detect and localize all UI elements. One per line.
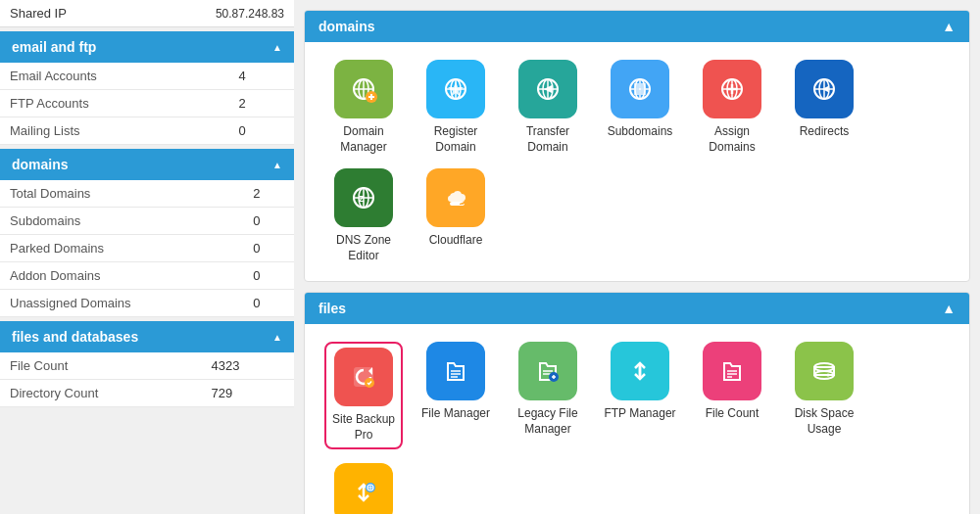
domains-sidebar-table: Total Domains 2 Subdomains 0 Parked Doma… <box>0 180 294 317</box>
ftp-manager-label: FTP Manager <box>604 406 675 422</box>
domains-panel: domains ▲ Domain Manager <box>304 10 970 282</box>
table-row: Parked Domains 0 <box>0 235 294 262</box>
unassigned-domains-label: Unassigned Domains <box>0 290 233 317</box>
register-domain-icon <box>426 60 485 118</box>
file-count-item[interactable]: File Count <box>693 342 771 448</box>
shared-ip-label: Shared IP <box>10 6 216 21</box>
svg-text:Z: Z <box>359 194 365 204</box>
domain-manager-svg <box>346 71 381 107</box>
sidebar: Shared IP 50.87.248.83 email and ftp ▲ E… <box>0 0 294 514</box>
redirects-item[interactable]: Redirects <box>785 60 863 155</box>
ftp-accounts-label: FTP Accounts <box>0 90 220 117</box>
disk-space-usage-label: Disk Space Usage <box>785 406 863 437</box>
domains-sidebar-header[interactable]: domains ▲ <box>0 149 294 180</box>
domain-manager-item[interactable]: Domain Manager <box>324 60 403 155</box>
register-domain-item[interactable]: Register Domain <box>416 60 495 155</box>
table-row: File Count 4323 <box>0 352 294 380</box>
email-ftp-header[interactable]: email and ftp ▲ <box>0 31 294 63</box>
file-count-svg <box>714 353 750 389</box>
email-ftp-title: email and ftp <box>12 39 96 55</box>
assign-domains-label: Assign Domains <box>693 124 771 155</box>
table-row: Total Domains 2 <box>0 180 294 208</box>
main-content: domains ▲ Domain Manager <box>294 0 980 514</box>
ftp-accounts-value: 2 <box>220 90 294 117</box>
register-domain-label: Register Domain <box>416 124 495 155</box>
table-row: Email Accounts 4 <box>0 63 294 90</box>
assign-domains-icon <box>703 60 761 118</box>
total-domains-value: 2 <box>233 180 294 208</box>
subdomains-item[interactable]: Subdomains <box>601 60 679 155</box>
site-backup-pro-label: Site Backup Pro <box>330 412 397 443</box>
transfer-domain-label: Transfer Domain <box>509 124 587 155</box>
svg-rect-23 <box>634 90 639 95</box>
subdomains-icon <box>611 60 669 118</box>
files-databases-table: File Count 4323 Directory Count 729 <box>0 352 294 407</box>
web-disk-item[interactable]: Web Disk <box>324 463 403 514</box>
file-count-label: File Count <box>706 406 760 422</box>
shared-ip-value: 50.87.248.83 <box>216 7 284 21</box>
files-panel-header[interactable]: files ▲ <box>305 293 969 324</box>
parked-domains-label: Parked Domains <box>0 235 233 262</box>
email-accounts-label: Email Accounts <box>0 63 220 90</box>
files-panel-body: Site Backup Pro File Manager <box>305 324 969 514</box>
addon-domains-value: 0 <box>233 262 294 290</box>
dns-zone-editor-svg: Z <box>346 180 381 215</box>
file-count-icon <box>703 342 761 400</box>
table-row: Directory Count 729 <box>0 380 294 407</box>
disk-space-usage-item[interactable]: Disk Space Usage <box>785 342 863 448</box>
table-row: Mailing Lists 0 <box>0 117 294 145</box>
table-row: Unassigned Domains 0 <box>0 290 294 317</box>
subdomains-label: Subdomains <box>0 208 233 235</box>
site-backup-pro-icon <box>334 348 393 406</box>
files-databases-arrow: ▲ <box>272 332 282 343</box>
subdomains-label: Subdomains <box>608 124 673 140</box>
legacy-file-manager-label: Legacy File Manager <box>509 406 587 437</box>
parked-domains-value: 0 <box>233 235 294 262</box>
redirects-label: Redirects <box>800 124 850 140</box>
table-row: FTP Accounts 2 <box>0 90 294 117</box>
file-manager-item[interactable]: File Manager <box>416 342 495 448</box>
svg-point-59 <box>827 374 830 377</box>
email-ftp-arrow: ▲ <box>272 42 282 53</box>
files-panel-title: files <box>318 301 346 316</box>
legacy-file-manager-svg <box>530 353 565 389</box>
assign-domains-item[interactable]: Assign Domains <box>693 60 771 155</box>
transfer-domain-item[interactable]: Transfer Domain <box>509 60 587 155</box>
domains-sidebar-arrow: ▲ <box>272 160 282 170</box>
domains-sidebar-title: domains <box>12 157 69 172</box>
svg-rect-24 <box>641 90 646 95</box>
domains-panel-arrow: ▲ <box>942 19 956 34</box>
transfer-domain-svg <box>530 71 565 107</box>
table-row: Subdomains 0 <box>0 208 294 235</box>
files-databases-title: files and databases <box>12 329 138 345</box>
legacy-file-manager-icon <box>518 342 577 400</box>
disk-space-usage-icon <box>795 342 854 400</box>
ftp-manager-item[interactable]: FTP Manager <box>601 342 679 448</box>
file-manager-icon <box>426 342 485 400</box>
register-domain-svg <box>438 71 473 107</box>
file-count-label: File Count <box>0 352 192 380</box>
files-panel-arrow: ▲ <box>942 301 956 316</box>
svg-rect-21 <box>634 83 639 88</box>
domain-manager-icon <box>334 60 393 118</box>
ftp-manager-icon <box>611 342 669 400</box>
domains-panel-header[interactable]: domains ▲ <box>305 11 969 42</box>
total-domains-label: Total Domains <box>0 180 233 208</box>
legacy-file-manager-item[interactable]: Legacy File Manager <box>509 342 587 448</box>
dns-zone-editor-item[interactable]: Z DNS Zone Editor <box>324 168 403 263</box>
files-databases-header[interactable]: files and databases ▲ <box>0 321 294 352</box>
file-manager-label: File Manager <box>421 406 490 422</box>
ftp-manager-svg <box>622 353 658 389</box>
file-count-value: 4323 <box>192 352 294 380</box>
cloudflare-item[interactable]: Cloudflare <box>416 168 495 263</box>
domains-panel-title: domains <box>318 19 375 34</box>
mailing-lists-value: 0 <box>220 117 294 145</box>
cloudflare-svg <box>438 180 473 215</box>
svg-rect-22 <box>641 83 646 88</box>
directory-count-label: Directory Count <box>0 380 192 407</box>
email-ftp-table: Email Accounts 4 FTP Accounts 2 Mailing … <box>0 63 294 145</box>
cloudflare-label: Cloudflare <box>429 233 483 249</box>
site-backup-pro-item[interactable]: Site Backup Pro <box>324 342 403 448</box>
file-manager-svg <box>438 353 473 389</box>
files-panel: files ▲ Site Backup Pro <box>304 292 970 514</box>
